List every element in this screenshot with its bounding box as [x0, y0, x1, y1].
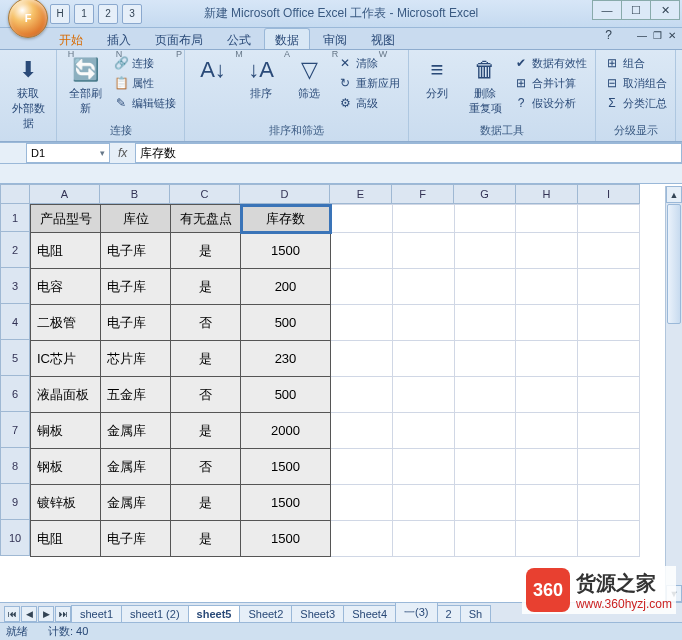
ribbon-btn-数据有效性[interactable]: ✔数据有效性 [511, 54, 589, 72]
cell[interactable] [578, 377, 640, 413]
select-all-corner[interactable] [0, 184, 30, 204]
cell[interactable] [454, 341, 516, 377]
cell[interactable] [454, 305, 516, 341]
cell[interactable] [454, 485, 516, 521]
scroll-up-icon[interactable]: ▲ [666, 186, 682, 203]
sheet-tab-Sheet3[interactable]: Sheet3 [291, 605, 344, 622]
cell[interactable] [516, 269, 578, 305]
data-cell[interactable]: 金属库 [101, 485, 171, 521]
doc-minimize[interactable]: — [637, 30, 647, 41]
data-cell[interactable]: IC芯片 [31, 341, 101, 377]
cell[interactable] [331, 485, 393, 521]
cell[interactable] [392, 269, 454, 305]
ribbon-btn-高级[interactable]: ⚙高级 [335, 94, 402, 112]
cell[interactable] [516, 377, 578, 413]
data-cell[interactable]: 电阻 [31, 233, 101, 269]
data-cell[interactable]: 1500 [241, 521, 331, 557]
cell[interactable] [454, 233, 516, 269]
sheet-nav-3[interactable]: ⏭ [55, 606, 71, 622]
col-header-A[interactable]: A [30, 184, 100, 204]
data-cell[interactable]: 是 [171, 269, 241, 305]
data-cell[interactable]: 电容 [31, 269, 101, 305]
tab-开始[interactable]: 开始H [48, 28, 94, 49]
ribbon-btn-重新应用[interactable]: ↻重新应用 [335, 74, 402, 92]
cell[interactable] [392, 205, 454, 233]
cell[interactable] [392, 413, 454, 449]
ribbon-btn-合并计算[interactable]: ⊞合并计算 [511, 74, 589, 92]
tab-公式[interactable]: 公式M [216, 28, 262, 49]
cell[interactable] [578, 413, 640, 449]
data-cell[interactable]: 否 [171, 449, 241, 485]
data-cell[interactable]: 二极管 [31, 305, 101, 341]
ribbon-btn-假设分析[interactable]: ?假设分析 [511, 94, 589, 112]
data-cell[interactable]: 否 [171, 377, 241, 413]
cell[interactable] [331, 269, 393, 305]
cell[interactable] [392, 233, 454, 269]
cell[interactable] [454, 205, 516, 233]
sheet-nav-0[interactable]: ⏮ [4, 606, 20, 622]
data-cell[interactable]: 五金库 [101, 377, 171, 413]
cell[interactable] [454, 449, 516, 485]
data-cell[interactable]: 液晶面板 [31, 377, 101, 413]
maximize-button[interactable]: ☐ [621, 0, 651, 20]
tab-页面布局[interactable]: 页面布局P [144, 28, 214, 49]
ribbon-btn-组合[interactable]: ⊞组合 [602, 54, 669, 72]
sheet-nav-2[interactable]: ▶ [38, 606, 54, 622]
row-header-10[interactable]: 10 [0, 520, 30, 556]
cell[interactable] [331, 377, 393, 413]
data-cell[interactable]: 1500 [241, 233, 331, 269]
sheet-nav-1[interactable]: ◀ [21, 606, 37, 622]
header-cell[interactable]: 库存数 [241, 205, 331, 233]
cell[interactable] [578, 205, 640, 233]
cell[interactable] [516, 485, 578, 521]
cell[interactable] [454, 269, 516, 305]
cell[interactable] [331, 341, 393, 377]
cell[interactable] [331, 449, 393, 485]
help-icon[interactable]: ? [605, 28, 612, 49]
sheet-tab-Sheet4[interactable]: Sheet4 [343, 605, 396, 622]
cell[interactable] [516, 449, 578, 485]
row-header-3[interactable]: 3 [0, 268, 30, 304]
sheet-tab-sheet1[interactable]: sheet1 [71, 605, 122, 622]
data-cell[interactable]: 1500 [241, 485, 331, 521]
tab-审阅[interactable]: 审阅R [312, 28, 358, 49]
col-header-F[interactable]: F [392, 184, 454, 204]
ribbon-btn-清除[interactable]: ✕清除 [335, 54, 402, 72]
cell[interactable] [578, 269, 640, 305]
row-header-9[interactable]: 9 [0, 484, 30, 520]
ribbon-btn-取消组合[interactable]: ⊟取消组合 [602, 74, 669, 92]
cell[interactable] [578, 449, 640, 485]
ribbon-btn-连接[interactable]: 🔗连接 [111, 54, 178, 72]
cell[interactable] [331, 521, 393, 557]
col-header-G[interactable]: G [454, 184, 516, 204]
data-cell[interactable]: 电子库 [101, 305, 171, 341]
sheet-tab-sheet5[interactable]: sheet5 [188, 605, 241, 622]
cell[interactable] [331, 305, 393, 341]
sheet-tab-2[interactable]: 2 [437, 605, 461, 622]
qat-more[interactable]: 3 [122, 4, 142, 24]
col-header-I[interactable]: I [578, 184, 640, 204]
close-button[interactable]: ✕ [650, 0, 680, 20]
sheet-tab-Sheet2[interactable]: Sheet2 [239, 605, 292, 622]
data-cell[interactable]: 是 [171, 413, 241, 449]
data-cell[interactable]: 是 [171, 485, 241, 521]
header-cell[interactable]: 产品型号 [31, 205, 101, 233]
ribbon-btn-删除重复项[interactable]: 🗑删除重复项 [463, 52, 507, 118]
data-cell[interactable]: 金属库 [101, 413, 171, 449]
col-header-H[interactable]: H [516, 184, 578, 204]
data-cell[interactable]: 电子库 [101, 521, 171, 557]
sheet-tab-Sh[interactable]: Sh [460, 605, 491, 622]
cell[interactable] [331, 205, 393, 233]
qat-redo[interactable]: 2 [98, 4, 118, 24]
ribbon-btn-全部刷新[interactable]: 🔄全部刷新 [63, 52, 107, 118]
data-cell[interactable]: 2000 [241, 413, 331, 449]
ribbon-btn-筛选[interactable]: ▽筛选 [287, 52, 331, 103]
cell[interactable] [516, 305, 578, 341]
data-cell[interactable]: 否 [171, 305, 241, 341]
header-cell[interactable]: 库位 [101, 205, 171, 233]
cell[interactable] [392, 449, 454, 485]
minimize-button[interactable]: — [592, 0, 622, 20]
data-cell[interactable]: 铜板 [31, 413, 101, 449]
vertical-scrollbar[interactable]: ▲ ▼ [665, 186, 682, 602]
cell[interactable] [578, 233, 640, 269]
